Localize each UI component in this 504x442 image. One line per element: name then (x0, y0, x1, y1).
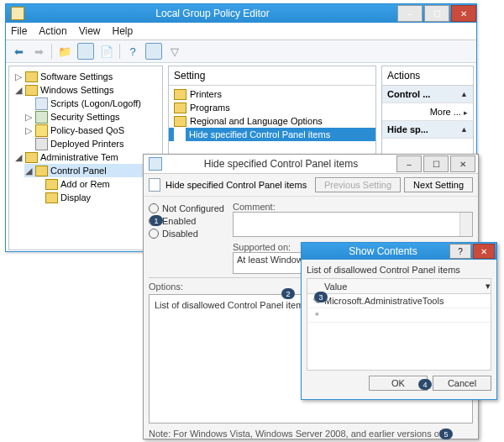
maximize-button[interactable]: ☐ (424, 5, 449, 22)
view-list-icon[interactable] (77, 43, 94, 60)
folder-icon (174, 89, 186, 100)
sc-close-button[interactable]: ✕ (473, 244, 495, 259)
tree-item[interactable]: ◢Windows Settings (14, 83, 162, 97)
scrollbar[interactable] (459, 213, 472, 236)
list-item-selected[interactable]: Hide specified Control Panel items (169, 128, 375, 141)
qos-icon (35, 124, 48, 137)
folder-icon (45, 192, 58, 203)
menu-view[interactable]: View (79, 25, 101, 37)
view-details-icon[interactable] (145, 43, 162, 60)
star-icon: ＊ (312, 309, 324, 322)
options-label: Options: (149, 282, 183, 292)
tree-item-selected[interactable]: ◢Control Panel (24, 164, 162, 177)
dialog-title: Hide specified Control Panel items (167, 158, 395, 170)
folder-icon (174, 116, 186, 127)
dialog-titlebar[interactable]: Hide specified Control Panel items – ☐ ✕ (144, 155, 478, 174)
app-icon (149, 157, 162, 171)
radio-not-configured[interactable]: Not Configured (149, 202, 224, 214)
tree-item[interactable]: Deployed Printers (24, 137, 162, 150)
app-icon (11, 7, 24, 20)
actions-header: Actions (382, 66, 473, 86)
toolbar: ⬅ ➡ 📁 📄 ? ▽ (6, 40, 476, 63)
comment-field[interactable] (233, 212, 473, 237)
comment-label: Comment: (233, 202, 276, 212)
supported-label: Supported on: (233, 242, 291, 252)
grid-header[interactable]: Value ▾ (307, 278, 491, 294)
filter-icon[interactable]: ▽ (167, 44, 182, 59)
callout-3: 3 (314, 292, 328, 303)
note-text: Note: For Windows Vista, Windows Server … (149, 429, 473, 442)
page-icon (174, 128, 186, 141)
back-icon[interactable]: ⬅ (11, 44, 26, 59)
chevron-down-icon[interactable]: ▾ (486, 281, 491, 292)
callout-4: 4 (418, 379, 432, 390)
previous-setting-button[interactable]: Previous Setting (315, 177, 401, 192)
tree-pane[interactable]: ▷Software Settings ◢Windows Settings Scr… (8, 66, 163, 250)
col-value: Value (324, 282, 347, 292)
minimize-button[interactable]: – (397, 5, 423, 22)
chevron-right-icon: ▸ (464, 108, 468, 117)
window-title: Local Group Policy Editor (29, 8, 396, 19)
script-icon (35, 97, 48, 110)
actions-group[interactable]: Control ...▲ (382, 86, 473, 103)
actions-more[interactable]: More ... ▸ (382, 103, 473, 121)
folder-icon (45, 179, 58, 190)
dialog-max-button[interactable]: ☐ (423, 155, 449, 172)
list-item[interactable]: Printers (169, 87, 375, 101)
menubar: File Action View Help (6, 23, 476, 40)
callout-2: 2 (281, 288, 295, 299)
callout-1: 1 (150, 215, 163, 226)
sc-list-label: List of disallowed Control Panel items (307, 265, 491, 275)
sc-titlebar[interactable]: Show Contents ? ✕ (302, 243, 496, 260)
dialog-close-button[interactable]: ✕ (450, 155, 475, 172)
sc-cancel-button[interactable]: Cancel (433, 376, 491, 391)
radio-disabled[interactable]: Disabled (149, 227, 224, 239)
sc-help-button[interactable]: ? (449, 244, 471, 259)
sc-title-text: Show Contents (317, 245, 449, 257)
up-folder-icon[interactable]: 📁 (57, 44, 72, 59)
tree-item[interactable]: ◢Administrative Tem (14, 150, 162, 164)
chevron-up-icon: ▲ (460, 90, 468, 98)
grid-row[interactable]: ✎ Microsoft.AdministrativeTools (307, 294, 491, 308)
menu-action[interactable]: Action (39, 25, 66, 37)
close-button[interactable]: ✕ (451, 5, 476, 22)
security-icon (35, 111, 48, 124)
tree-item[interactable]: ▷Policy-based QoS (24, 124, 162, 137)
folder-icon (25, 85, 38, 96)
list-item[interactable]: Programs (169, 101, 375, 114)
help-icon[interactable]: ? (125, 44, 140, 59)
show-contents-dialog: Show Contents ? ✕ List of disallowed Con… (301, 242, 497, 400)
callout-5: 5 (439, 429, 453, 439)
folder-icon (25, 152, 38, 163)
titlebar[interactable]: Local Group Policy Editor – ☐ ✕ (6, 4, 476, 23)
menu-file[interactable]: File (11, 25, 27, 37)
folder-icon (174, 103, 186, 113)
list-item[interactable]: Regional and Language Options (169, 114, 375, 128)
dialog-min-button[interactable]: – (396, 155, 422, 172)
folder-icon (25, 71, 38, 82)
forward-icon[interactable]: ➡ (31, 44, 46, 59)
export-icon[interactable]: 📄 (99, 44, 114, 59)
actions-group[interactable]: Hide sp...▲ (382, 121, 473, 139)
grid-body[interactable]: ✎ Microsoft.AdministrativeTools ＊ (307, 294, 491, 371)
settings-header: Setting (169, 66, 375, 86)
tree-item[interactable]: ▷Software Settings (14, 70, 162, 83)
tree-item[interactable]: Scripts (Logon/Logoff) (24, 97, 162, 110)
folder-icon (35, 166, 48, 176)
policy-icon (149, 178, 160, 192)
chevron-up-icon: ▲ (460, 125, 468, 134)
menu-help[interactable]: Help (113, 25, 134, 37)
tree-item[interactable]: ▷Security Settings (24, 110, 162, 124)
next-setting-button[interactable]: Next Setting (404, 177, 473, 192)
printer-icon (35, 138, 48, 150)
disallow-list-label: List of disallowed Control Panel items (155, 300, 308, 310)
grid-row-empty[interactable]: ＊ (307, 308, 491, 323)
dialog-subtitle: Hide specified Control Panel items (165, 180, 307, 190)
